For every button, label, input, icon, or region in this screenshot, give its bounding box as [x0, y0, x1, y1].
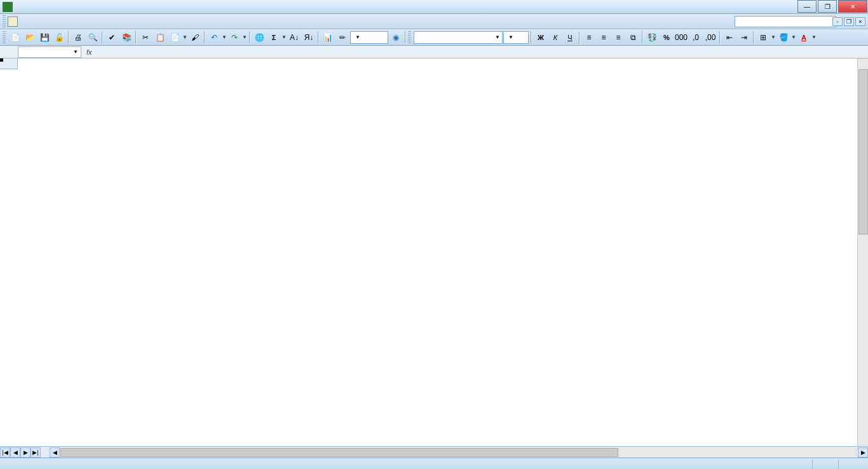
status-bar — [0, 458, 868, 469]
sort-desc-icon[interactable]: Я↓ — [302, 31, 316, 44]
title-bar: — ❐ ✕ — [0, 0, 868, 14]
font-name-combo[interactable]: ▼ — [414, 31, 503, 44]
format-painter-icon[interactable]: 🖌 — [188, 31, 202, 44]
chart-wizard-icon[interactable]: 📊 — [321, 31, 335, 44]
name-box[interactable]: ▼ — [18, 46, 81, 58]
excel-icon — [3, 2, 13, 12]
menu-bar: - ❐ × — [0, 14, 868, 29]
spelling-icon[interactable]: ✔ — [105, 31, 119, 44]
font-size-combo[interactable]: ▼ — [503, 31, 529, 44]
doc-minimize-button[interactable]: - — [832, 17, 843, 26]
autosum-icon[interactable]: Σ — [267, 31, 281, 44]
sheet-nav-first[interactable]: |◀ — [0, 447, 10, 458]
zoom-combo[interactable]: ▼ — [350, 31, 388, 44]
align-center-icon[interactable]: ≡ — [597, 31, 611, 44]
borders-icon[interactable]: ⊞ — [756, 31, 770, 44]
open-icon[interactable]: 📂 — [23, 31, 37, 44]
new-icon[interactable]: 📄 — [8, 31, 22, 44]
horizontal-scrollbar[interactable]: ◀ ▶ — [50, 447, 868, 458]
underline-icon[interactable]: Ч — [563, 31, 577, 44]
help-question-input[interactable] — [735, 16, 836, 27]
menu-tools[interactable] — [66, 20, 75, 23]
toolbar-grip[interactable] — [3, 15, 6, 28]
fill-color-dropdown[interactable]: ▼ — [791, 34, 796, 40]
sheet-nav-prev[interactable]: ◀ — [10, 447, 20, 458]
paste-dropdown[interactable]: ▼ — [182, 34, 187, 40]
hscroll-right[interactable]: ▶ — [858, 447, 868, 458]
doc-restore-button[interactable]: ❐ — [844, 17, 854, 26]
drawing-icon[interactable]: ✏ — [336, 31, 349, 44]
menu-help[interactable] — [93, 20, 102, 23]
num-lock-indicator — [812, 459, 838, 470]
bold-icon[interactable]: Ж — [534, 31, 548, 44]
paste-icon[interactable]: 📄 — [168, 31, 182, 44]
merge-center-icon[interactable]: ⧉ — [626, 31, 640, 44]
formula-input[interactable] — [97, 46, 868, 58]
undo-dropdown[interactable]: ▼ — [222, 34, 227, 40]
redo-dropdown[interactable]: ▼ — [242, 34, 247, 40]
cut-icon[interactable]: ✂ — [139, 31, 153, 44]
menu-insert[interactable] — [48, 20, 57, 23]
help-icon[interactable]: ◉ — [389, 31, 403, 44]
doc-close-button[interactable]: × — [855, 17, 865, 26]
save-icon[interactable]: 💾 — [37, 31, 51, 44]
autosum-dropdown[interactable]: ▼ — [281, 34, 287, 40]
print-icon[interactable]: 🖨 — [71, 31, 85, 44]
currency-icon[interactable]: 💱 — [645, 31, 659, 44]
menu-data[interactable] — [75, 20, 84, 23]
permission-icon[interactable]: 🔓 — [52, 31, 66, 44]
font-color-icon[interactable]: A — [797, 31, 811, 44]
fill-color-icon[interactable]: 🪣 — [776, 31, 790, 44]
italic-icon[interactable]: К — [548, 31, 562, 44]
fill-handle[interactable] — [0, 58, 3, 62]
borders-dropdown[interactable]: ▼ — [771, 34, 776, 40]
research-icon[interactable]: 📚 — [119, 31, 133, 44]
document-icon[interactable] — [8, 17, 18, 27]
formula-bar: ▼ fx — [0, 46, 868, 58]
hscroll-left[interactable]: ◀ — [50, 447, 60, 458]
undo-icon[interactable]: ↶ — [207, 31, 221, 44]
standard-toolbar: 📄 📂 💾 🔓 🖨 🔍 ✔ 📚 ✂ 📋 📄▼ 🖌 ↶▼ ↷▼ 🌐 Σ▼ A↓ Я… — [0, 29, 868, 46]
vertical-scroll-thumb[interactable] — [858, 69, 868, 234]
print-preview-icon[interactable]: 🔍 — [86, 31, 100, 44]
sheet-tab-bar: |◀ ◀ ▶ ▶| ◀ ▶ — [0, 446, 868, 458]
font-color-dropdown[interactable]: ▼ — [811, 34, 817, 40]
copy-icon[interactable]: 📋 — [153, 31, 167, 44]
menu-format[interactable] — [57, 20, 66, 23]
menu-edit[interactable] — [31, 20, 39, 23]
toolbar-grip[interactable] — [408, 31, 411, 44]
toolbar-grip[interactable] — [3, 31, 6, 44]
sort-asc-icon[interactable]: A↓ — [287, 31, 301, 44]
increase-decimal-icon[interactable]: ,0 — [689, 31, 703, 44]
percent-icon[interactable]: % — [660, 31, 674, 44]
hyperlink-icon[interactable]: 🌐 — [252, 31, 266, 44]
align-left-icon[interactable]: ≡ — [582, 31, 596, 44]
increase-indent-icon[interactable]: ⇥ — [737, 31, 751, 44]
align-right-icon[interactable]: ≡ — [611, 31, 625, 44]
name-box-dropdown[interactable]: ▼ — [73, 49, 78, 55]
menu-file[interactable] — [22, 20, 31, 23]
spreadsheet-grid[interactable] — [0, 58, 868, 446]
comma-icon[interactable]: 000 — [674, 31, 688, 44]
vertical-scrollbar[interactable] — [857, 58, 868, 446]
close-button[interactable]: ✕ — [838, 0, 867, 13]
minimize-button[interactable]: — — [797, 0, 817, 13]
hscroll-thumb[interactable] — [60, 448, 618, 457]
menu-view[interactable] — [39, 20, 48, 23]
sheet-nav-next[interactable]: ▶ — [20, 447, 31, 458]
redo-icon[interactable]: ↷ — [227, 31, 241, 44]
fx-icon[interactable]: fx — [86, 48, 92, 56]
menu-window[interactable] — [84, 20, 93, 23]
maximize-button[interactable]: ❐ — [818, 0, 837, 13]
decrease-indent-icon[interactable]: ⇤ — [722, 31, 736, 44]
decrease-decimal-icon[interactable]: ,00 — [703, 31, 717, 44]
sheet-nav-last[interactable]: ▶| — [31, 447, 41, 458]
